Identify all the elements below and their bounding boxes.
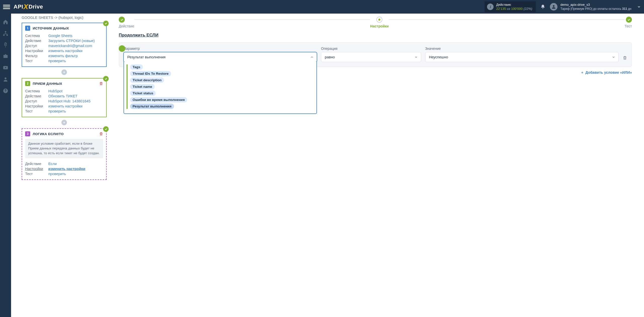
row-label: Действие (25, 39, 45, 43)
card-title: ИСТОЧНИК ДАННЫХ (33, 26, 69, 30)
dropdown-option[interactable]: Ticket status (130, 91, 156, 96)
card-source[interactable]: 1 ИСТОЧНИК ДАННЫХ СистемаGoogle SheetsДе… (22, 23, 107, 67)
dropdown-option[interactable]: Ticket name (130, 84, 155, 89)
actions-total: 100'000 (511, 7, 523, 11)
row-value[interactable]: Обновить ТИКЕТ (48, 94, 77, 98)
row-value[interactable]: изменить фильтр (48, 54, 78, 58)
card-row: Фильтризменить фильтр (25, 53, 103, 58)
card-badge: 3 (25, 131, 30, 136)
param-select[interactable]: Результат выполнения TagsThread IDs To R… (124, 52, 317, 62)
card-row: Настройкиизменить настройки (25, 166, 103, 171)
stepper: Действие Настройки Тест (119, 16, 632, 28)
svg-rect-4 (4, 55, 8, 58)
info-icon: i (487, 4, 494, 10)
card-row: ДоступHubSpot Hub: 143801645 (25, 99, 103, 104)
logo-text-2: Drive (28, 4, 43, 10)
home-icon[interactable] (3, 19, 8, 25)
val-label: Значение (425, 47, 619, 51)
billing-icon[interactable] (3, 42, 8, 47)
step-label: Тест (625, 24, 632, 28)
card-row: Тестпроверить (25, 58, 103, 63)
chevron-up-icon (310, 55, 314, 59)
dropdown-option[interactable]: Ошибки во время выполнения (130, 97, 187, 102)
row-value[interactable]: HubSpot Hub: 143801645 (48, 99, 91, 103)
card-row: Настройкиизменить настройки (25, 104, 103, 109)
username: demo_apix-drive_s3 (560, 3, 631, 7)
menu-hamburger-icon[interactable] (3, 3, 10, 10)
row-label: Тест (25, 109, 45, 113)
row-value[interactable]: Загрузить СТРОКИ (новые) (48, 39, 95, 43)
step-settings[interactable]: Настройки (370, 17, 389, 28)
add-or-label: Добавить условие «ИЛИ» (585, 70, 632, 74)
row-label: Доступ (25, 44, 45, 48)
user-block[interactable]: demo_apix-drive_s3 Тариф |Премиум PRO| д… (560, 3, 631, 11)
briefcase-icon[interactable] (3, 53, 8, 59)
add-step-button[interactable]: + (61, 69, 67, 75)
notifications-bell-icon[interactable] (540, 4, 545, 9)
row-value[interactable]: проверить (48, 59, 66, 63)
check-icon (103, 76, 109, 82)
row-value[interactable]: изменить настройки (48, 167, 85, 171)
step-label: Действие (119, 24, 134, 28)
row-value[interactable]: maverickandrii@gmail.com (48, 44, 92, 48)
row-value[interactable]: изменить настройки (48, 49, 83, 53)
card-title: ЛОГИКА ЕСЛИ/ТО (33, 132, 64, 136)
profile-icon[interactable] (3, 76, 8, 82)
actions-counter[interactable]: i Действия: 22'135 из 100'000 (22%) (485, 1, 536, 13)
dropdown-option[interactable]: Thread IDs To Restore (130, 71, 171, 76)
op-select[interactable]: равно (321, 52, 421, 62)
user-avatar-icon[interactable] (550, 3, 557, 11)
connections-icon[interactable] (3, 31, 8, 36)
green-indicator-icon (119, 45, 125, 52)
row-label: Тест (25, 172, 45, 176)
dropdown-option[interactable]: Ticket description (130, 77, 164, 83)
actions-used: 22'135 (496, 7, 506, 11)
check-icon (103, 126, 109, 132)
step-test[interactable]: Тест (625, 17, 632, 28)
row-value[interactable]: изменить настройки (48, 104, 83, 108)
logo[interactable]: APIXDrive (14, 3, 43, 11)
check-icon (103, 21, 109, 26)
main-column: Действие Настройки Тест Продолжить ЕСЛИ … (117, 14, 644, 317)
op-value: равно (325, 55, 335, 59)
condition-box: Параметр Результат выполнения TagsThread… (119, 42, 632, 67)
row-label: Настройки (25, 104, 45, 108)
card-badge: 1 (25, 26, 30, 31)
row-value[interactable]: проверить (48, 172, 66, 176)
op-label: Операция (321, 47, 421, 51)
trash-icon[interactable] (99, 82, 103, 86)
tariff-days-suffix: дн (627, 7, 631, 11)
top-nav: APIXDrive i Действия: 22'135 из 100'000 … (0, 0, 644, 14)
chevron-down-icon[interactable] (637, 5, 641, 9)
dropdown-option[interactable]: Результат выполнения (130, 104, 174, 109)
chevron-down-icon (414, 55, 418, 59)
tariff-days: 311 (622, 7, 627, 11)
chevron-down-icon (612, 55, 615, 59)
val-value: Неуспешно (429, 55, 448, 59)
row-label: Тест (25, 59, 45, 63)
card-destination[interactable]: 2 ПРИЕМ ДАННЫХ СистемаHubSpotДействиеОбн… (22, 78, 107, 117)
row-value[interactable]: HubSpot (48, 89, 62, 93)
youtube-icon[interactable] (3, 65, 8, 70)
row-value[interactable]: Google Sheets (48, 34, 72, 38)
param-dropdown: TagsThread IDs To RestoreTicket descript… (124, 62, 317, 114)
param-label: Параметр (124, 47, 317, 51)
row-label: Доступ (25, 99, 45, 103)
connection-title: GOOGLE SHEETS -> (hubspot, logic) (22, 16, 107, 20)
help-icon[interactable] (3, 88, 8, 94)
trash-icon[interactable] (99, 132, 103, 136)
card-logic[interactable]: 3 ЛОГИКА ЕСЛИ/ТО Данное условие сработае… (22, 128, 107, 180)
actions-label: Действия: (496, 3, 532, 7)
section-title: Продолжить ЕСЛИ (119, 33, 632, 38)
left-rail (0, 14, 11, 317)
row-label: Действие (25, 94, 45, 98)
card-row: ДействиеЗагрузить СТРОКИ (новые) (25, 38, 103, 43)
add-step-button[interactable]: + (61, 120, 67, 125)
step-action[interactable]: Действие (119, 17, 134, 28)
param-value: Результат выполнения (127, 55, 166, 59)
row-value[interactable]: Если (48, 162, 57, 166)
val-select[interactable]: Неуспешно (425, 52, 619, 62)
trash-icon[interactable] (623, 56, 627, 62)
dropdown-option[interactable]: Tags (130, 64, 143, 70)
row-value[interactable]: проверить (48, 109, 66, 113)
